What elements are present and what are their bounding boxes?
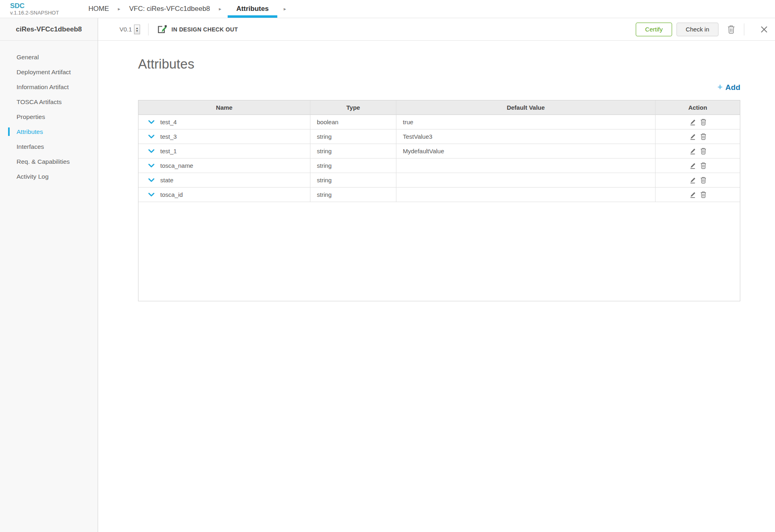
- attribute-name-cell: test_3: [138, 129, 310, 144]
- delete-attribute-icon[interactable]: [700, 119, 706, 125]
- attribute-name-cell: test_4: [138, 115, 310, 129]
- page-title: Attributes: [138, 56, 775, 72]
- attribute-default-value-cell: true: [396, 115, 656, 129]
- table-row: tosca_id string: [138, 188, 740, 202]
- top-header: SDC v.1.16.2-SNAPSHOT HOME ▸ VFC: ciRes-…: [0, 0, 775, 18]
- sidebar-item[interactable]: General: [0, 50, 98, 65]
- edit-attribute-icon[interactable]: [689, 177, 696, 184]
- attribute-default-value-cell: [396, 188, 656, 202]
- delete-attribute-icon[interactable]: [700, 162, 706, 169]
- sidebar: General Deployment Artifact Information …: [0, 41, 98, 532]
- entity-toolbar: ciRes-VFCc1dbeeb8 V0.1 ▲ ▼ IN DESIGN CHE…: [0, 18, 775, 41]
- expand-row-chevron-icon[interactable]: [148, 135, 155, 139]
- sidebar-item[interactable]: Attributes: [0, 124, 98, 139]
- certify-button[interactable]: Certify: [636, 23, 672, 36]
- delete-attribute-icon[interactable]: [700, 148, 706, 154]
- close-icon[interactable]: [760, 26, 769, 33]
- expand-row-chevron-icon[interactable]: [148, 164, 155, 168]
- attribute-type: boolean: [317, 119, 338, 125]
- breadcrumb-item-wrap: Attributes ▸: [228, 0, 292, 18]
- attribute-default-value-cell: [396, 159, 656, 173]
- attribute-name-cell: test_1: [138, 144, 310, 159]
- edit-attribute-icon[interactable]: [689, 119, 696, 125]
- sidebar-item[interactable]: Information Artifact: [0, 79, 98, 94]
- attribute-type: string: [317, 191, 332, 198]
- delete-attribute-icon[interactable]: [700, 133, 706, 140]
- sidebar-item[interactable]: TOSCA Artifacts: [0, 94, 98, 109]
- attribute-name: tosca_id: [160, 191, 183, 198]
- table-row: state string: [138, 173, 740, 188]
- table-row: tosca_name string: [138, 159, 740, 173]
- version-selector[interactable]: ▲ ▼: [134, 25, 140, 34]
- breadcrumb-item[interactable]: HOME: [86, 0, 111, 18]
- delete-entity-icon[interactable]: [727, 25, 736, 34]
- entity-title-cell: ciRes-VFCc1dbeeb8: [0, 18, 98, 41]
- lifecycle-state-label: IN DESIGN CHECK OUT: [172, 26, 238, 33]
- add-attribute-button[interactable]: + Add: [717, 82, 740, 92]
- attribute-name: tosca_name: [160, 162, 193, 169]
- table-row: test_3 string TestValue3: [138, 129, 740, 144]
- spinner-down-icon[interactable]: ▼: [136, 29, 138, 32]
- lifecycle-toolbar: V0.1 ▲ ▼ IN DESIGN CHECK OUT Certify Che…: [98, 18, 775, 41]
- table-header: Name Type Default Value Action: [138, 100, 740, 115]
- sidebar-item[interactable]: Deployment Artifact: [0, 65, 98, 79]
- attribute-action-cell: [656, 159, 740, 173]
- attribute-name: test_1: [160, 148, 177, 154]
- attribute-action-cell: [656, 188, 740, 202]
- attribute-default-value-cell: MydefaultValue: [396, 144, 656, 159]
- app-version: v.1.16.2-SNAPSHOT: [10, 10, 86, 16]
- delete-attribute-icon[interactable]: [700, 177, 706, 184]
- attribute-default-value: MydefaultValue: [403, 148, 444, 154]
- column-header-name: Name: [138, 100, 310, 115]
- expand-row-chevron-icon[interactable]: [148, 149, 155, 153]
- app-logo: SDC v.1.16.2-SNAPSHOT: [0, 2, 86, 16]
- expand-row-chevron-icon[interactable]: [148, 120, 155, 124]
- main-content: Attributes + Add Name Type Default Value…: [98, 41, 775, 532]
- plus-icon: +: [717, 82, 723, 92]
- sidebar-item[interactable]: Properties: [0, 109, 98, 124]
- table-body: test_4 boolean true: [138, 115, 740, 202]
- check-in-button[interactable]: Check in: [677, 23, 718, 36]
- attribute-name-cell: tosca_name: [138, 159, 310, 173]
- attribute-type-cell: string: [310, 144, 396, 159]
- attribute-name: test_4: [160, 119, 177, 125]
- breadcrumb-item-wrap: VFC: ciRes-VFCc1dbeeb8 ▸: [127, 0, 228, 18]
- attribute-default-value: true: [403, 119, 413, 125]
- delete-attribute-icon[interactable]: [700, 191, 706, 198]
- sidebar-item[interactable]: Req. & Capabilities: [0, 154, 98, 169]
- expand-row-chevron-icon[interactable]: [148, 178, 155, 182]
- column-header-action: Action: [656, 100, 740, 115]
- attribute-name: state: [160, 177, 174, 184]
- attribute-name-cell: state: [138, 173, 310, 188]
- breadcrumb-item-wrap: HOME ▸: [86, 0, 127, 18]
- breadcrumb: HOME ▸ VFC: ciRes-VFCc1dbeeb8 ▸ Attribut…: [86, 0, 293, 18]
- sidebar-item[interactable]: Activity Log: [0, 169, 98, 184]
- attribute-type: string: [317, 177, 332, 184]
- attributes-table: Name Type Default Value Action: [138, 100, 740, 301]
- edit-attribute-icon[interactable]: [689, 148, 696, 154]
- toolbar-divider: [744, 23, 744, 35]
- edit-attribute-icon[interactable]: [689, 163, 696, 169]
- edit-attribute-icon[interactable]: [689, 192, 696, 198]
- edit-attribute-icon[interactable]: [689, 134, 696, 140]
- breadcrumb-item[interactable]: VFC: ciRes-VFCc1dbeeb8: [127, 0, 212, 18]
- checkout-state-icon: [157, 24, 168, 35]
- attribute-type-cell: string: [310, 188, 396, 202]
- attribute-default-value-cell: [396, 173, 656, 188]
- attribute-name-cell: tosca_id: [138, 188, 310, 202]
- expand-row-chevron-icon[interactable]: [148, 193, 155, 197]
- attribute-default-value-cell: TestValue3: [396, 129, 656, 144]
- breadcrumb-arrow-icon: ▸: [118, 0, 120, 18]
- attribute-action-cell: [656, 144, 740, 159]
- column-header-type: Type: [310, 100, 396, 115]
- attribute-action-cell: [656, 129, 740, 144]
- table-row: test_1 string MydefaultValue: [138, 144, 740, 159]
- spinner-up-icon[interactable]: ▲: [136, 27, 138, 29]
- breadcrumb-arrow-icon: ▸: [284, 0, 286, 18]
- entity-name: ciRes-VFCc1dbeeb8: [16, 25, 82, 33]
- toolbar-divider: [148, 23, 149, 35]
- attribute-type-cell: string: [310, 129, 396, 144]
- sidebar-item[interactable]: Interfaces: [0, 139, 98, 154]
- attribute-type-cell: string: [310, 159, 396, 173]
- breadcrumb-item[interactable]: Attributes: [228, 0, 277, 18]
